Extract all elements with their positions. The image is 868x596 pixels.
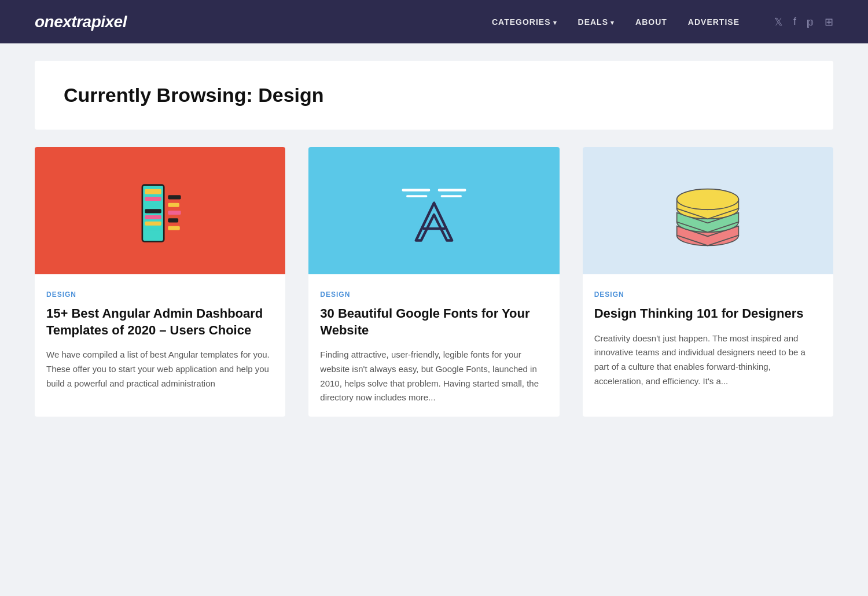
svg-rect-9 — [168, 203, 179, 207]
nav-item-advertise[interactable]: ADVERTISE — [688, 17, 740, 27]
nav-links: CATEGORIES DEALS ABOUT ADVERTISE — [492, 17, 740, 27]
navbar: onextrapixel CATEGORIES DEALS ABOUT ADVE… — [0, 0, 868, 43]
card-2-category: DESIGN — [320, 290, 547, 299]
nav-link-categories[interactable]: CATEGORIES — [492, 17, 557, 27]
site-logo[interactable]: onextrapixel — [35, 13, 127, 31]
nav-item-deals[interactable]: DEALS — [578, 17, 615, 27]
card-1-image — [35, 147, 285, 274]
card-1-category: DESIGN — [46, 290, 274, 299]
card-1-excerpt: We have compiled a list of best Angular … — [46, 348, 274, 391]
page-title: Currently Browsing: Design — [64, 84, 804, 106]
svg-rect-10 — [168, 211, 181, 215]
svg-rect-11 — [168, 218, 178, 222]
card-1-body: DESIGN 15+ Best Angular Admin Dashboard … — [35, 274, 285, 402]
svg-rect-12 — [168, 226, 179, 230]
pinterest-icon[interactable]: 𝕡 — [807, 16, 814, 28]
svg-rect-3 — [145, 203, 161, 207]
card-1[interactable]: DESIGN 15+ Best Angular Admin Dashboard … — [35, 147, 285, 417]
card-2-image — [308, 147, 559, 274]
facebook-icon[interactable]: f — [793, 16, 796, 28]
card-3-body: DESIGN Design Thinking 101 for Designers… — [583, 274, 833, 400]
card-3-image — [583, 147, 833, 274]
social-icons: 𝕏 f 𝕡 ⊞ — [774, 16, 833, 28]
hero-banner: Currently Browsing: Design — [35, 61, 833, 130]
nav-link-advertise[interactable]: ADVERTISE — [688, 17, 740, 27]
card-3[interactable]: DESIGN Design Thinking 101 for Designers… — [583, 147, 833, 417]
svg-rect-8 — [168, 195, 181, 199]
svg-rect-7 — [145, 227, 161, 231]
card-3-excerpt: Creativity doesn't just happen. The most… — [594, 332, 822, 389]
twitter-icon[interactable]: 𝕏 — [774, 16, 783, 28]
card-3-category: DESIGN — [594, 290, 822, 299]
card-3-title: Design Thinking 101 for Designers — [594, 306, 822, 322]
svg-rect-1 — [145, 189, 161, 194]
svg-rect-6 — [145, 222, 161, 226]
svg-rect-5 — [145, 215, 161, 219]
nav-link-deals[interactable]: DEALS — [578, 17, 615, 27]
nav-link-about[interactable]: ABOUT — [635, 17, 667, 27]
card-2-title: 30 Beautiful Google Fonts for Your Websi… — [320, 306, 547, 339]
nav-item-categories[interactable]: CATEGORIES — [492, 17, 557, 27]
card-2-body: DESIGN 30 Beautiful Google Fonts for You… — [308, 274, 559, 417]
svg-point-21 — [677, 189, 739, 210]
cards-grid: DESIGN 15+ Best Angular Admin Dashboard … — [35, 147, 833, 417]
svg-rect-4 — [145, 209, 161, 213]
card-2-excerpt: Finding attractive, user-friendly, legib… — [320, 348, 547, 405]
card-2[interactable]: DESIGN 30 Beautiful Google Fonts for You… — [308, 147, 559, 417]
rss-icon[interactable]: ⊞ — [825, 16, 833, 28]
svg-rect-2 — [145, 197, 161, 201]
card-1-title: 15+ Best Angular Admin Dashboard Templat… — [46, 306, 274, 339]
nav-item-about[interactable]: ABOUT — [635, 17, 667, 27]
